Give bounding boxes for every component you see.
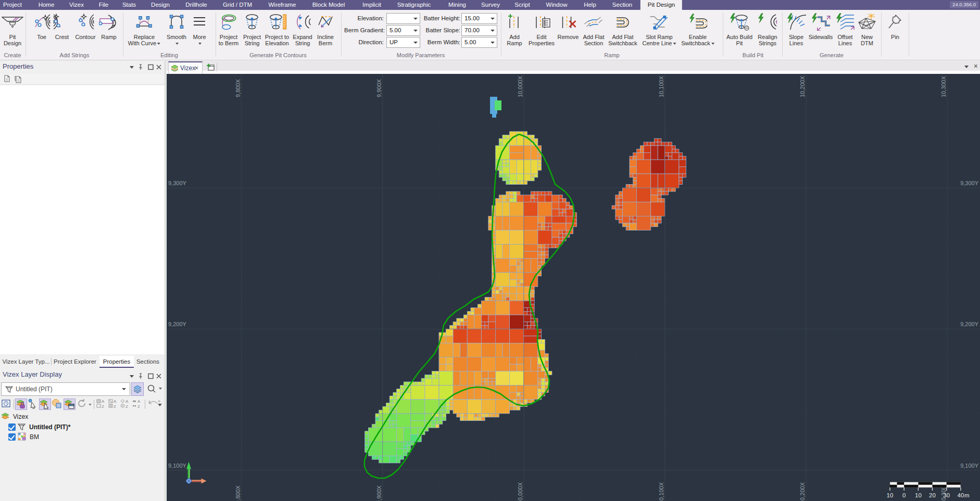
svg-text:40: 40 bbox=[958, 492, 964, 498]
svg-text:Z: Z bbox=[137, 404, 140, 409]
svg-text:10,100X: 10,100X bbox=[658, 482, 664, 501]
svg-text:9,100Y: 9,100Y bbox=[960, 463, 979, 469]
svg-text:9,800X: 9,800X bbox=[235, 79, 241, 97]
svg-text:Z: Z bbox=[114, 404, 116, 409]
svg-text:9,200Y: 9,200Y bbox=[960, 321, 979, 327]
svg-text:9,800X: 9,800X bbox=[235, 485, 241, 501]
svg-text:10,300X: 10,300X bbox=[940, 75, 947, 97]
svg-text:10,200X: 10,200X bbox=[799, 482, 806, 501]
svg-text:20: 20 bbox=[929, 492, 936, 498]
svg-text:9,300Y: 9,300Y bbox=[168, 180, 187, 186]
svg-text:10,000X: 10,000X bbox=[517, 482, 523, 501]
svg-text:10,000X: 10,000X bbox=[517, 75, 523, 97]
svg-text:A: A bbox=[114, 399, 117, 404]
svg-text:9,300Y: 9,300Y bbox=[960, 180, 979, 186]
svg-text:10: 10 bbox=[887, 492, 894, 498]
svg-text:Z: Z bbox=[102, 404, 104, 409]
svg-text:m: m bbox=[964, 492, 970, 498]
svg-text:A: A bbox=[102, 399, 105, 404]
svg-text:9,200Y: 9,200Y bbox=[168, 321, 187, 327]
svg-text:9,900X: 9,900X bbox=[376, 485, 382, 501]
svg-text:A: A bbox=[125, 399, 129, 404]
svg-text:9,100Y: 9,100Y bbox=[168, 463, 187, 469]
svg-text:9,900X: 9,900X bbox=[376, 79, 382, 97]
svg-text:10: 10 bbox=[915, 492, 922, 498]
svg-text:10,200X: 10,200X bbox=[799, 75, 806, 97]
svg-text:0: 0 bbox=[902, 492, 906, 498]
svg-text:30: 30 bbox=[943, 492, 950, 498]
svg-text:Z: Z bbox=[125, 404, 128, 409]
svg-text:10,100X: 10,100X bbox=[658, 75, 664, 97]
svg-text:A: A bbox=[137, 399, 141, 404]
